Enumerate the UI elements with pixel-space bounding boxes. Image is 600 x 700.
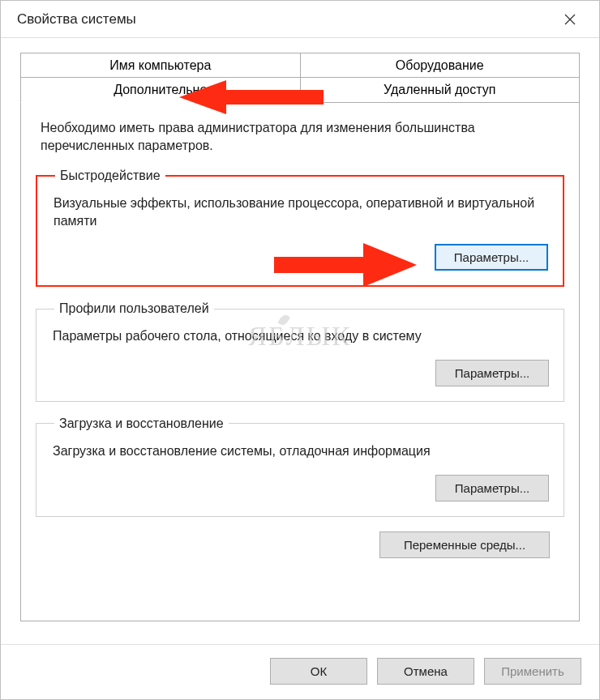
group-performance-legend: Быстродействие: [55, 169, 165, 183]
apply-button[interactable]: Применить: [484, 658, 581, 685]
tab-remote[interactable]: Удаленный доступ: [301, 77, 581, 103]
group-profiles-desc: Параметры рабочего стола, относящиеся ко…: [53, 327, 549, 345]
environment-variables-button[interactable]: Переменные среды...: [379, 531, 550, 558]
close-icon: [564, 14, 576, 25]
close-button[interactable]: [552, 7, 588, 32]
group-profiles-legend: Профили пользователей: [54, 301, 214, 316]
window-title: Свойства системы: [17, 11, 136, 28]
tabs: Имя компьютера Оборудование Дополнительн…: [20, 53, 580, 621]
tab-computer-name[interactable]: Имя компьютера: [20, 53, 301, 78]
cancel-button[interactable]: Отмена: [377, 658, 474, 685]
tab-advanced[interactable]: Дополнительно: [20, 77, 301, 103]
group-startup: Загрузка и восстановление Загрузка и вос…: [36, 416, 564, 517]
group-startup-desc: Загрузка и восстановление системы, отлад…: [53, 442, 549, 460]
group-profiles: Профили пользователей Параметры рабочего…: [36, 301, 564, 402]
titlebar: Свойства системы: [1, 1, 599, 38]
group-startup-legend: Загрузка и восстановление: [54, 416, 229, 431]
admin-note: Необходимо иметь права администратора дл…: [41, 119, 564, 154]
tab-hardware[interactable]: Оборудование: [301, 53, 581, 78]
profiles-settings-button[interactable]: Параметры...: [435, 360, 549, 386]
dialog-button-bar: ОК Отмена Применить: [1, 644, 599, 699]
group-performance-desc: Визуальные эффекты, использование процес…: [54, 194, 548, 229]
system-properties-window: Свойства системы Имя компьютера Оборудов…: [0, 0, 600, 700]
tab-panel-advanced: Необходимо иметь права администратора дл…: [20, 103, 580, 621]
ok-button[interactable]: ОК: [270, 658, 367, 685]
dialog-content: Имя компьютера Оборудование Дополнительн…: [1, 38, 599, 644]
group-performance: Быстродействие Визуальные эффекты, испол…: [36, 169, 564, 287]
startup-settings-button[interactable]: Параметры...: [435, 475, 549, 502]
performance-settings-button[interactable]: Параметры...: [435, 244, 548, 271]
